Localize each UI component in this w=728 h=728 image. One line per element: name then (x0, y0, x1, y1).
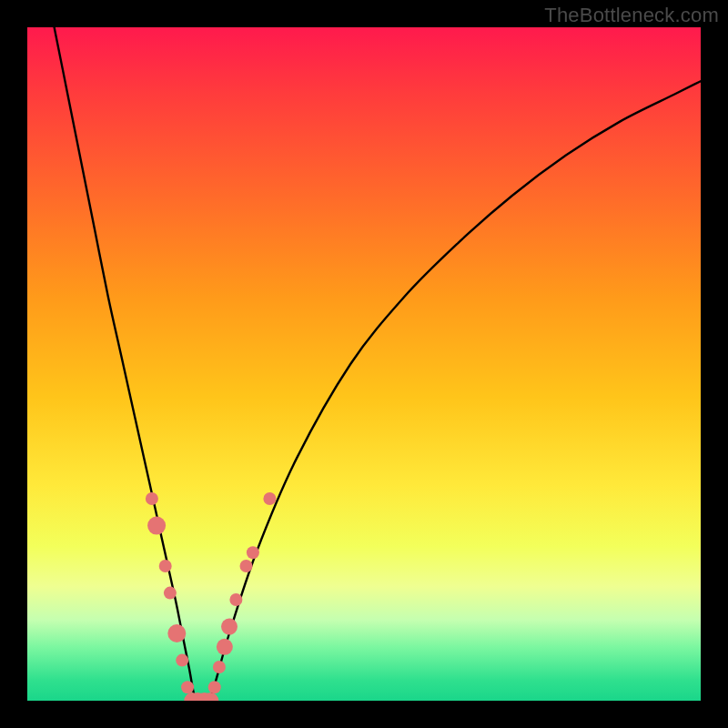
marker-group (146, 492, 277, 701)
plot-area (27, 27, 701, 701)
marker-point (240, 560, 253, 572)
marker-point (159, 560, 172, 572)
marker-point (167, 624, 186, 642)
marker-point (147, 517, 166, 535)
bottleneck-curve (55, 27, 701, 701)
marker-point (263, 492, 276, 505)
marker-point (181, 681, 194, 693)
chart-frame: TheBottleneck.com (0, 0, 728, 728)
marker-point (164, 587, 177, 600)
marker-point (146, 492, 158, 505)
marker-point (229, 593, 242, 606)
marker-point (213, 661, 226, 673)
marker-point (176, 654, 188, 667)
marker-point (208, 681, 221, 693)
marker-point (217, 639, 233, 655)
marker-point (221, 619, 238, 635)
marker-point (247, 546, 259, 559)
watermark-text: TheBottleneck.com (544, 4, 719, 27)
curve-svg (27, 27, 701, 701)
